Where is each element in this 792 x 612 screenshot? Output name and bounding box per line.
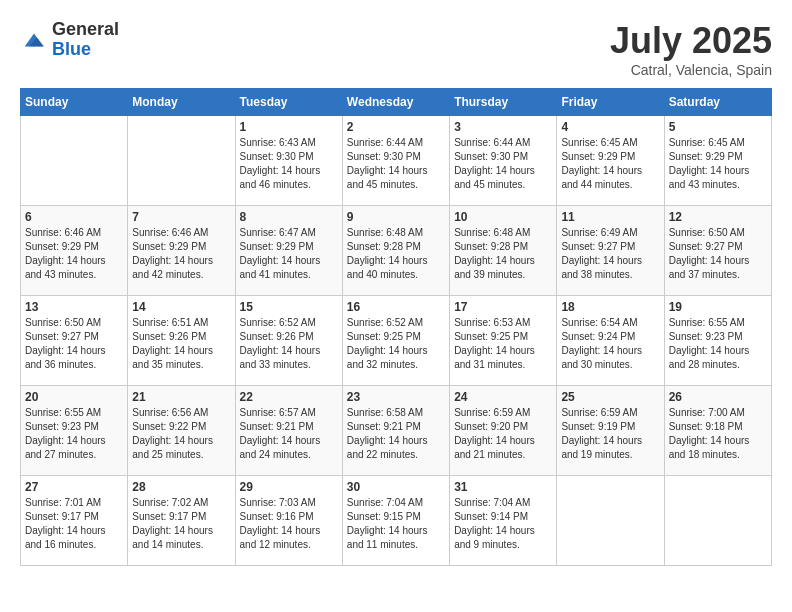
- day-info: Sunrise: 6:55 AMSunset: 9:23 PMDaylight:…: [669, 316, 767, 372]
- calendar-cell: 7Sunrise: 6:46 AMSunset: 9:29 PMDaylight…: [128, 206, 235, 296]
- day-info: Sunrise: 6:59 AMSunset: 9:20 PMDaylight:…: [454, 406, 552, 462]
- calendar-cell: 2Sunrise: 6:44 AMSunset: 9:30 PMDaylight…: [342, 116, 449, 206]
- calendar-cell: 19Sunrise: 6:55 AMSunset: 9:23 PMDayligh…: [664, 296, 771, 386]
- day-number: 9: [347, 210, 445, 224]
- day-number: 25: [561, 390, 659, 404]
- calendar-cell: 6Sunrise: 6:46 AMSunset: 9:29 PMDaylight…: [21, 206, 128, 296]
- day-number: 2: [347, 120, 445, 134]
- day-number: 6: [25, 210, 123, 224]
- day-info: Sunrise: 7:03 AMSunset: 9:16 PMDaylight:…: [240, 496, 338, 552]
- day-info: Sunrise: 6:45 AMSunset: 9:29 PMDaylight:…: [669, 136, 767, 192]
- day-info: Sunrise: 7:04 AMSunset: 9:15 PMDaylight:…: [347, 496, 445, 552]
- calendar-cell: 10Sunrise: 6:48 AMSunset: 9:28 PMDayligh…: [450, 206, 557, 296]
- day-number: 1: [240, 120, 338, 134]
- day-info: Sunrise: 7:04 AMSunset: 9:14 PMDaylight:…: [454, 496, 552, 552]
- day-info: Sunrise: 6:55 AMSunset: 9:23 PMDaylight:…: [25, 406, 123, 462]
- day-info: Sunrise: 6:45 AMSunset: 9:29 PMDaylight:…: [561, 136, 659, 192]
- calendar-cell: 22Sunrise: 6:57 AMSunset: 9:21 PMDayligh…: [235, 386, 342, 476]
- calendar-cell: [128, 116, 235, 206]
- day-number: 24: [454, 390, 552, 404]
- calendar-cell: 5Sunrise: 6:45 AMSunset: 9:29 PMDaylight…: [664, 116, 771, 206]
- day-number: 21: [132, 390, 230, 404]
- calendar-week-row: 6Sunrise: 6:46 AMSunset: 9:29 PMDaylight…: [21, 206, 772, 296]
- day-number: 7: [132, 210, 230, 224]
- calendar-cell: 25Sunrise: 6:59 AMSunset: 9:19 PMDayligh…: [557, 386, 664, 476]
- day-info: Sunrise: 6:44 AMSunset: 9:30 PMDaylight:…: [454, 136, 552, 192]
- calendar-cell: [557, 476, 664, 566]
- logo-blue-text: Blue: [52, 40, 119, 60]
- day-of-week-header: Friday: [557, 89, 664, 116]
- calendar-cell: 23Sunrise: 6:58 AMSunset: 9:21 PMDayligh…: [342, 386, 449, 476]
- day-number: 30: [347, 480, 445, 494]
- calendar-cell: 30Sunrise: 7:04 AMSunset: 9:15 PMDayligh…: [342, 476, 449, 566]
- day-info: Sunrise: 6:46 AMSunset: 9:29 PMDaylight:…: [132, 226, 230, 282]
- day-number: 15: [240, 300, 338, 314]
- day-number: 26: [669, 390, 767, 404]
- day-info: Sunrise: 6:44 AMSunset: 9:30 PMDaylight:…: [347, 136, 445, 192]
- title-block: July 2025 Catral, Valencia, Spain: [610, 20, 772, 78]
- calendar-cell: 13Sunrise: 6:50 AMSunset: 9:27 PMDayligh…: [21, 296, 128, 386]
- calendar-cell: 11Sunrise: 6:49 AMSunset: 9:27 PMDayligh…: [557, 206, 664, 296]
- calendar-table: SundayMondayTuesdayWednesdayThursdayFrid…: [20, 88, 772, 566]
- day-of-week-header: Wednesday: [342, 89, 449, 116]
- day-number: 29: [240, 480, 338, 494]
- logo: General Blue: [20, 20, 119, 60]
- day-number: 3: [454, 120, 552, 134]
- day-info: Sunrise: 6:58 AMSunset: 9:21 PMDaylight:…: [347, 406, 445, 462]
- day-number: 17: [454, 300, 552, 314]
- calendar-cell: 16Sunrise: 6:52 AMSunset: 9:25 PMDayligh…: [342, 296, 449, 386]
- day-number: 4: [561, 120, 659, 134]
- day-info: Sunrise: 6:59 AMSunset: 9:19 PMDaylight:…: [561, 406, 659, 462]
- day-info: Sunrise: 6:47 AMSunset: 9:29 PMDaylight:…: [240, 226, 338, 282]
- day-number: 22: [240, 390, 338, 404]
- calendar-cell: 17Sunrise: 6:53 AMSunset: 9:25 PMDayligh…: [450, 296, 557, 386]
- day-info: Sunrise: 6:52 AMSunset: 9:25 PMDaylight:…: [347, 316, 445, 372]
- day-info: Sunrise: 6:51 AMSunset: 9:26 PMDaylight:…: [132, 316, 230, 372]
- day-of-week-header: Thursday: [450, 89, 557, 116]
- calendar-cell: 12Sunrise: 6:50 AMSunset: 9:27 PMDayligh…: [664, 206, 771, 296]
- day-of-week-header: Saturday: [664, 89, 771, 116]
- day-number: 20: [25, 390, 123, 404]
- calendar-cell: 26Sunrise: 7:00 AMSunset: 9:18 PMDayligh…: [664, 386, 771, 476]
- calendar-cell: [21, 116, 128, 206]
- day-info: Sunrise: 6:54 AMSunset: 9:24 PMDaylight:…: [561, 316, 659, 372]
- day-info: Sunrise: 7:00 AMSunset: 9:18 PMDaylight:…: [669, 406, 767, 462]
- calendar-cell: 29Sunrise: 7:03 AMSunset: 9:16 PMDayligh…: [235, 476, 342, 566]
- day-info: Sunrise: 6:57 AMSunset: 9:21 PMDaylight:…: [240, 406, 338, 462]
- day-number: 8: [240, 210, 338, 224]
- logo-icon: [20, 26, 48, 54]
- calendar-week-row: 20Sunrise: 6:55 AMSunset: 9:23 PMDayligh…: [21, 386, 772, 476]
- day-number: 19: [669, 300, 767, 314]
- calendar-cell: 27Sunrise: 7:01 AMSunset: 9:17 PMDayligh…: [21, 476, 128, 566]
- day-info: Sunrise: 6:53 AMSunset: 9:25 PMDaylight:…: [454, 316, 552, 372]
- logo-general-text: General: [52, 20, 119, 40]
- day-number: 10: [454, 210, 552, 224]
- day-number: 27: [25, 480, 123, 494]
- day-info: Sunrise: 6:48 AMSunset: 9:28 PMDaylight:…: [454, 226, 552, 282]
- page-header: General Blue July 2025 Catral, Valencia,…: [20, 20, 772, 78]
- location-title: Catral, Valencia, Spain: [610, 62, 772, 78]
- day-of-week-header: Tuesday: [235, 89, 342, 116]
- day-number: 28: [132, 480, 230, 494]
- calendar-cell: 20Sunrise: 6:55 AMSunset: 9:23 PMDayligh…: [21, 386, 128, 476]
- day-number: 16: [347, 300, 445, 314]
- calendar-cell: 14Sunrise: 6:51 AMSunset: 9:26 PMDayligh…: [128, 296, 235, 386]
- day-info: Sunrise: 6:43 AMSunset: 9:30 PMDaylight:…: [240, 136, 338, 192]
- day-of-week-header: Monday: [128, 89, 235, 116]
- calendar-week-row: 13Sunrise: 6:50 AMSunset: 9:27 PMDayligh…: [21, 296, 772, 386]
- calendar-cell: 18Sunrise: 6:54 AMSunset: 9:24 PMDayligh…: [557, 296, 664, 386]
- day-number: 23: [347, 390, 445, 404]
- day-info: Sunrise: 7:02 AMSunset: 9:17 PMDaylight:…: [132, 496, 230, 552]
- calendar-cell: 21Sunrise: 6:56 AMSunset: 9:22 PMDayligh…: [128, 386, 235, 476]
- calendar-header-row: SundayMondayTuesdayWednesdayThursdayFrid…: [21, 89, 772, 116]
- day-info: Sunrise: 6:50 AMSunset: 9:27 PMDaylight:…: [25, 316, 123, 372]
- day-info: Sunrise: 7:01 AMSunset: 9:17 PMDaylight:…: [25, 496, 123, 552]
- calendar-cell: 9Sunrise: 6:48 AMSunset: 9:28 PMDaylight…: [342, 206, 449, 296]
- day-number: 12: [669, 210, 767, 224]
- day-info: Sunrise: 6:49 AMSunset: 9:27 PMDaylight:…: [561, 226, 659, 282]
- calendar-cell: 8Sunrise: 6:47 AMSunset: 9:29 PMDaylight…: [235, 206, 342, 296]
- day-info: Sunrise: 6:56 AMSunset: 9:22 PMDaylight:…: [132, 406, 230, 462]
- day-info: Sunrise: 6:50 AMSunset: 9:27 PMDaylight:…: [669, 226, 767, 282]
- calendar-cell: 3Sunrise: 6:44 AMSunset: 9:30 PMDaylight…: [450, 116, 557, 206]
- day-info: Sunrise: 6:48 AMSunset: 9:28 PMDaylight:…: [347, 226, 445, 282]
